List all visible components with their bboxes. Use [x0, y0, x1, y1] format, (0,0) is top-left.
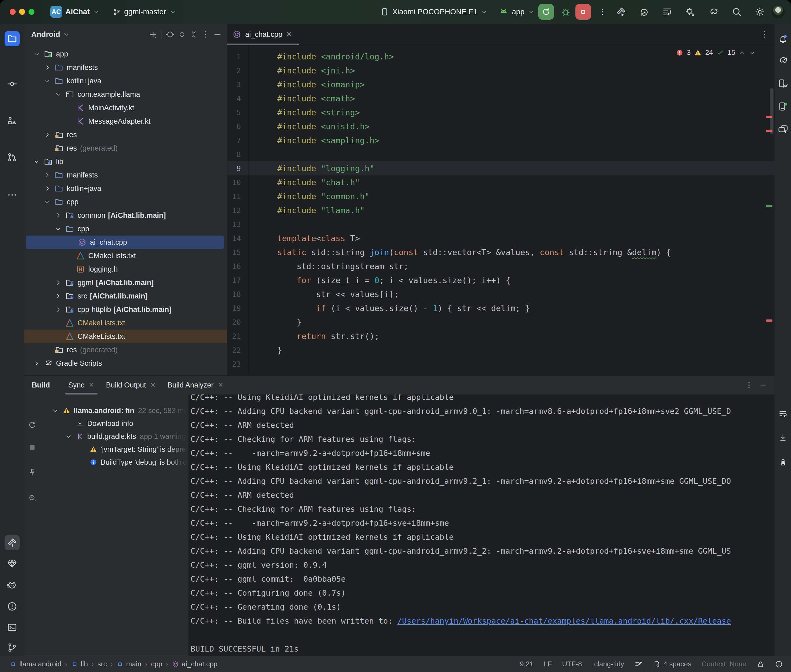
console-tool-soft-wrap[interactable]	[775, 406, 791, 421]
build-tab-sync[interactable]: Sync✕	[63, 376, 100, 395]
close-window-button[interactable]	[10, 9, 16, 15]
chevron-right-icon[interactable]	[43, 171, 55, 179]
code-line-9[interactable]: 9#include "logging.h"	[227, 162, 775, 175]
tree-item-res[interactable]: res(generated)	[24, 141, 227, 155]
clang-tidy-widget[interactable]: .clang-tidy	[592, 660, 624, 668]
chevron-right-icon[interactable]	[55, 293, 65, 299]
line-ending[interactable]: LF	[544, 660, 552, 668]
build-tab-build-analyzer[interactable]: Build Analyzer✕	[162, 376, 229, 395]
tree-item-src[interactable]: src[AiChat.lib.main]	[24, 290, 227, 303]
code-line-11[interactable]: 11#include "common.h"	[227, 189, 775, 203]
tree-item-cmakelists-txt[interactable]: CMakeLists.txt	[24, 316, 227, 330]
tree-item-cmakelists-txt[interactable]: CMakeLists.txt	[24, 330, 227, 343]
indent-widget[interactable]: 4 spaces	[653, 660, 692, 668]
code-line-8[interactable]: 8	[227, 147, 775, 162]
prev-problem-chevron-icon[interactable]	[738, 49, 746, 56]
code-line-4[interactable]: 4#include <cmath>	[227, 91, 775, 106]
chevron-down-icon[interactable]	[51, 407, 63, 414]
tool-strip-problems[interactable]	[5, 599, 20, 614]
collapse-all-icon[interactable]	[189, 30, 198, 39]
tree-item-res[interactable]: res(generated)	[24, 343, 227, 357]
restart-activity-icon[interactable]: A	[639, 6, 650, 17]
build-node-buildtype-debug-is-both-de[interactable]: BuildType 'debug' is both de	[40, 456, 188, 469]
tree-item-kotlin-java[interactable]: kotlin+java	[24, 182, 227, 195]
unlocked-icon[interactable]	[757, 660, 765, 668]
build-node-llama-android-fin[interactable]: llama.android: fin22 sec, 583 ms	[40, 404, 188, 417]
tree-item-gradle-scripts[interactable]: Gradle Scripts	[24, 357, 227, 370]
next-problem-chevron-icon[interactable]	[749, 49, 756, 56]
chevron-right-icon[interactable]	[43, 185, 55, 192]
error-stripe-mark[interactable]	[766, 116, 772, 118]
expand-all-icon[interactable]	[177, 30, 186, 39]
chevron-down-icon[interactable]	[43, 198, 55, 205]
breadcrumb-cpp[interactable]: cpp	[151, 660, 162, 668]
project-view-selector[interactable]: Android	[31, 30, 60, 39]
stop-button[interactable]	[575, 4, 591, 20]
tree-item-kotlin-java[interactable]: kotlin+java	[24, 74, 227, 88]
build-options-kebab-icon[interactable]	[744, 381, 754, 390]
tree-item-cpp[interactable]: cpp	[24, 195, 227, 209]
tree-item-mainactivity-kt[interactable]: MainActivity.kt	[24, 101, 227, 115]
code-line-23[interactable]: 23	[227, 357, 775, 371]
tree-item-common[interactable]: common[AiChat.lib.main]	[24, 209, 227, 222]
tool-strip-quality-insights[interactable]	[5, 556, 20, 571]
tree-item-manifests[interactable]: manifests	[24, 168, 227, 182]
context-widget[interactable]: Context: None	[702, 660, 746, 668]
chevron-right-icon[interactable]	[55, 279, 65, 286]
tool-strip-commit[interactable]	[5, 76, 20, 91]
tool-strip-more[interactable]	[5, 187, 20, 203]
caret-position[interactable]: 9:21	[520, 660, 534, 668]
code-line-22[interactable]: 22}	[227, 343, 775, 357]
tree-item-ai-chat-cpp[interactable]: ai_chat.cpp	[26, 235, 224, 249]
user-avatar[interactable]	[772, 5, 785, 18]
tool-strip-project-folder[interactable]	[5, 31, 20, 46]
hide-icon[interactable]	[213, 30, 222, 39]
chevron-down-icon[interactable]	[33, 158, 43, 165]
options-icon[interactable]	[201, 30, 210, 39]
rerun-button[interactable]	[538, 4, 554, 20]
code-line-15[interactable]: 15static std::string join(const std::vec…	[227, 245, 775, 259]
build-node-download-info[interactable]: Download info	[40, 417, 188, 430]
settings-icon[interactable]	[754, 6, 765, 17]
editor-tab-ai-chat-cpp[interactable]: ai_chat.cpp ✕	[227, 24, 299, 45]
chevron-right-icon[interactable]	[43, 64, 55, 71]
chevron-right-icon[interactable]	[55, 212, 65, 219]
tool-strip-gradle[interactable]	[775, 53, 791, 68]
editor-options-kebab-icon[interactable]	[760, 30, 769, 39]
minimize-window-button[interactable]	[19, 9, 25, 15]
tool-strip-terminal[interactable]	[5, 620, 20, 635]
error-stripe-mark[interactable]	[766, 130, 772, 132]
code-line-6[interactable]: 6#include <unistd.h>	[227, 119, 775, 133]
attach-debugger-icon[interactable]	[685, 6, 696, 17]
locate-icon[interactable]	[165, 30, 175, 39]
vcs-branch-widget[interactable]: ggml-master	[113, 8, 176, 16]
breadcrumb-src[interactable]: src	[98, 660, 107, 668]
code-line-10[interactable]: 10#include "chat.h"	[227, 175, 775, 189]
build-tab-build-output[interactable]: Build Output✕	[100, 376, 162, 395]
project-widget[interactable]: AC AiChat	[50, 6, 100, 18]
inspections-profile-icon[interactable]	[634, 660, 642, 668]
tree-item-app[interactable]: app	[24, 47, 227, 61]
build-node-build-gradle-kts[interactable]: build.gradle.ktsapp 1 warning	[40, 430, 188, 443]
tool-strip-device-manager[interactable]	[775, 76, 791, 91]
code-line-3[interactable]: 3#include <iomanip>	[227, 77, 775, 91]
build-run-icon[interactable]	[616, 6, 626, 17]
tree-item-ggml[interactable]: ggml[AiChat.lib.main]	[24, 276, 227, 290]
filter-icon[interactable]	[28, 493, 37, 502]
chevron-down-icon[interactable]	[64, 433, 76, 440]
build-node--jvmtarget-string-is-deprec[interactable]: 'jvmTarget: String' is deprec	[40, 443, 188, 456]
chevron-right-icon[interactable]	[33, 360, 43, 367]
console-tool-scroll-to-end[interactable]	[775, 430, 791, 445]
breadcrumb-llama-android[interactable]: llama.android	[10, 660, 61, 668]
chevron-down-icon[interactable]	[33, 51, 43, 58]
code-line-18[interactable]: 18 str << values[i];	[227, 287, 775, 301]
change-stripe-mark[interactable]	[766, 205, 772, 207]
problems-indicator-icon[interactable]	[775, 660, 783, 668]
breadcrumb-ai-chat-cpp[interactable]: ai_chat.cpp	[172, 660, 217, 668]
breadcrumb-lib[interactable]: lib	[71, 660, 88, 668]
editor-scrollbar[interactable]	[770, 88, 773, 134]
tool-strip-notifications[interactable]	[775, 32, 791, 47]
close-tab-icon[interactable]: ✕	[150, 381, 156, 389]
tree-item-com-example-llama[interactable]: com.example.llama	[24, 88, 227, 101]
file-encoding[interactable]: UTF-8	[562, 660, 582, 668]
